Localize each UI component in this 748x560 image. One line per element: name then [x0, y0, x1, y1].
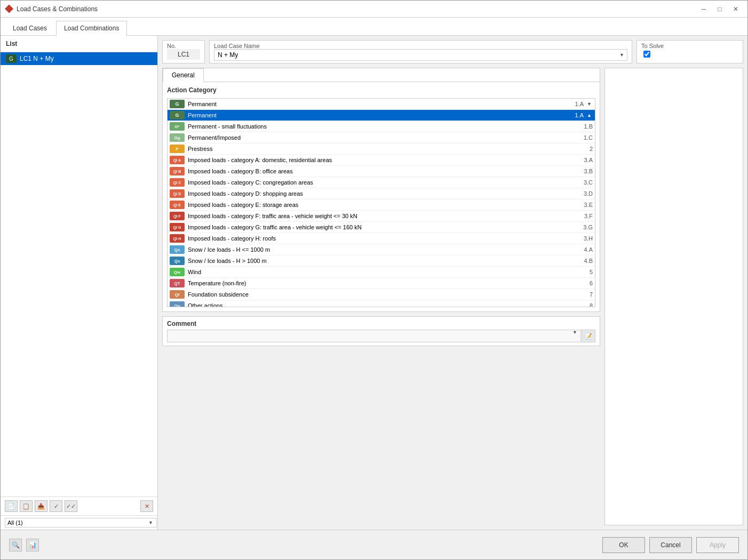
- table-row[interactable]: P Prestress 2: [168, 143, 595, 155]
- check1-button[interactable]: ✓: [50, 500, 62, 512]
- fields-bar: No. LC1 Load Case Name N + My To Solve: [162, 40, 743, 63]
- table-row[interactable]: Qs Snow / Ice loads - H > 1000 m 4.B: [168, 255, 595, 267]
- check2-button[interactable]: ✓✓: [65, 500, 77, 512]
- action-list-inner[interactable]: G Permanent 1.A ▼ G Permanent 1.A: [168, 99, 595, 307]
- badge-QIF: QI F: [170, 212, 185, 220]
- badge-QIC: QI C: [170, 178, 185, 187]
- comment-section: Comment ▼ 📝: [162, 316, 600, 346]
- action-name: Imposed loads - category F: traffic area…: [188, 213, 574, 219]
- badge-QT: QT: [170, 279, 185, 287]
- general-tab[interactable]: General: [163, 68, 204, 82]
- load-case-name-select[interactable]: N + My: [214, 49, 627, 61]
- action-code: 2: [577, 146, 593, 152]
- action-name: Imposed loads - category C: congregation…: [188, 179, 574, 186]
- footer-right: OK Cancel Apply: [602, 537, 739, 553]
- tab-load-cases[interactable]: Load Cases: [5, 21, 55, 35]
- table-row[interactable]: Gg Permanent/Imposed 1.C: [168, 132, 595, 143]
- badge-Gstar: G*: [170, 122, 185, 131]
- action-code: 1.A: [568, 112, 584, 118]
- action-name: Imposed loads - category G: traffic area…: [188, 224, 574, 230]
- main-content: List G LC1 N + My 📄 📋 📥 ✓ ✓✓ ✕ All (1): [1, 36, 747, 530]
- action-code: 1.C: [577, 134, 593, 141]
- ok-button[interactable]: OK: [602, 537, 645, 553]
- badge-Qo: Qo: [170, 301, 185, 307]
- table-row[interactable]: QI C Imposed loads - category C: congreg…: [168, 177, 595, 188]
- badge-QIB: QI B: [170, 167, 185, 175]
- badge-G: G: [170, 100, 185, 108]
- table-row[interactable]: G* Permanent - small fluctuations 1.B: [168, 121, 595, 132]
- new-button[interactable]: 📄: [5, 500, 18, 512]
- action-code: 3.D: [577, 190, 593, 197]
- dialog-footer: 🔍 📊 OK Cancel Apply: [1, 530, 747, 559]
- action-code: 3.F: [577, 213, 593, 219]
- action-code: 1.A: [568, 101, 584, 107]
- table-row[interactable]: G Permanent 1.A ▼: [168, 99, 595, 110]
- action-name: Permanent - small fluctuations: [188, 123, 574, 130]
- action-name: Other actions: [188, 302, 574, 307]
- badge-Qs2: Qs: [170, 257, 185, 265]
- badge-QIE: QI E: [170, 201, 185, 209]
- copy-button[interactable]: 📋: [20, 500, 33, 512]
- tab-section-tabs: General: [163, 68, 600, 82]
- badge-Qw: Qw: [170, 268, 185, 276]
- to-solve-field: To Solve: [636, 40, 743, 63]
- table-row[interactable]: Qs Snow / Ice loads - H <= 1000 m 4.A: [168, 244, 595, 255]
- table-row[interactable]: QI D Imposed loads - category D: shoppin…: [168, 188, 595, 199]
- right-extra-panel: [604, 68, 743, 525]
- badge-QIA: QI A: [170, 156, 185, 164]
- title-bar: Load Cases & Combinations ─ □ ✕: [1, 1, 747, 18]
- center-panel: General Action Category G Permanent 1.A: [162, 68, 600, 525]
- stats-icon-button[interactable]: 📊: [26, 539, 39, 551]
- table-row[interactable]: Qo Other actions 8: [168, 300, 595, 307]
- badge-QIG: QI G: [170, 223, 185, 231]
- window-title: Load Cases & Combinations: [17, 5, 98, 13]
- delete-button[interactable]: ✕: [140, 500, 153, 512]
- sidebar-list: G LC1 N + My: [1, 52, 157, 497]
- action-category-title: Action Category: [167, 86, 595, 94]
- tab-load-combinations[interactable]: Load Combinations: [56, 21, 127, 36]
- import-button[interactable]: 📥: [35, 500, 47, 512]
- minimize-button[interactable]: ─: [696, 3, 711, 15]
- dropdown-icon-selected: ▲: [587, 113, 593, 118]
- sidebar-item-label: LC1 N + My: [20, 55, 54, 62]
- sidebar-item-badge: G: [6, 54, 17, 63]
- comment-edit-button[interactable]: 📝: [582, 330, 595, 342]
- table-row[interactable]: QI A Imposed loads - category A: domesti…: [168, 155, 595, 166]
- title-bar-left: Load Cases & Combinations: [5, 5, 98, 13]
- action-name: Temperature (non-fire): [188, 280, 574, 286]
- table-row[interactable]: QI G Imposed loads - category G: traffic…: [168, 222, 595, 233]
- close-button[interactable]: ✕: [728, 3, 743, 15]
- table-row[interactable]: QI B Imposed loads - category B: office …: [168, 166, 595, 177]
- apply-button[interactable]: Apply: [696, 537, 739, 553]
- action-name: Imposed loads - category A: domestic, re…: [188, 157, 574, 163]
- action-code: 6: [577, 280, 593, 286]
- to-solve-checkbox-container: [641, 49, 738, 61]
- sidebar: List G LC1 N + My 📄 📋 📥 ✓ ✓✓ ✕ All (1): [1, 36, 158, 530]
- sidebar-header: List: [1, 36, 157, 52]
- cancel-button[interactable]: Cancel: [649, 537, 692, 553]
- table-row[interactable]: QI E Imposed loads - category E: storage…: [168, 199, 595, 211]
- action-name: Imposed loads - category H: roofs: [188, 235, 574, 242]
- badge-P: P: [170, 145, 185, 153]
- table-row[interactable]: Qf Foundation subsidence 7: [168, 289, 595, 300]
- action-name: Snow / Ice loads - H > 1000 m: [188, 258, 574, 264]
- table-row[interactable]: Qw Wind 5: [168, 267, 595, 278]
- badge-QIH: QI H: [170, 234, 185, 243]
- comment-input-row: ▼ 📝: [167, 330, 595, 342]
- badge-Gg: Gg: [170, 133, 185, 142]
- main-window: Load Cases & Combinations ─ □ ✕ Load Cas…: [0, 0, 748, 560]
- load-case-name-label: Load Case Name: [214, 43, 627, 49]
- to-solve-checkbox[interactable]: [643, 51, 650, 58]
- search-icon-button[interactable]: 🔍: [9, 539, 22, 551]
- tab-bar: Load Cases Load Combinations: [1, 18, 747, 36]
- table-row[interactable]: G Permanent 1.A ▲: [168, 110, 595, 121]
- table-row[interactable]: QI F Imposed loads - category F: traffic…: [168, 211, 595, 222]
- maximize-button[interactable]: □: [712, 3, 727, 15]
- table-row[interactable]: QI H Imposed loads - category H: roofs 3…: [168, 233, 595, 244]
- comment-select[interactable]: [167, 330, 581, 342]
- action-name: Permanent: [188, 101, 564, 107]
- sidebar-item-lc1[interactable]: G LC1 N + My: [1, 52, 157, 65]
- filter-select[interactable]: All (1): [5, 518, 157, 527]
- table-row[interactable]: QT Temperature (non-fire) 6: [168, 278, 595, 289]
- action-name: Permanent/Imposed: [188, 134, 574, 141]
